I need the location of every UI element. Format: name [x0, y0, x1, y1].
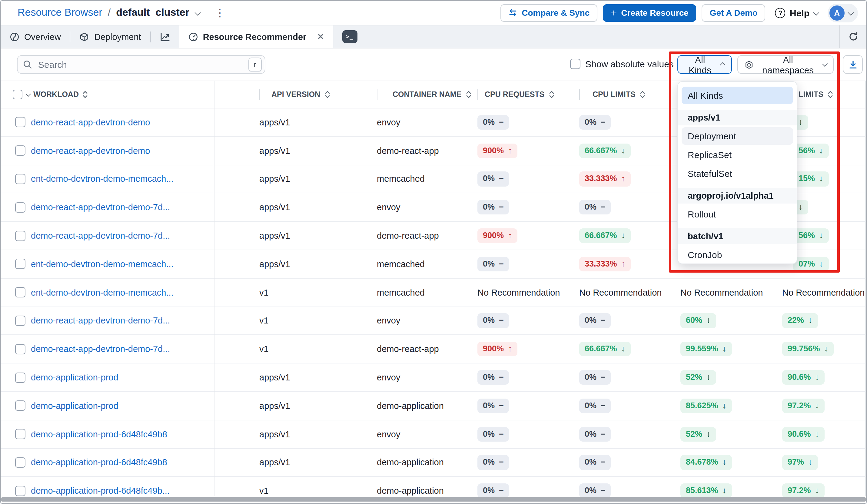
badge-value: 900% — [483, 230, 504, 241]
tab-chart[interactable] — [151, 25, 179, 48]
trend-flat-icon: − — [499, 429, 504, 439]
column-workload[interactable]: WORKLOAD — [33, 90, 79, 99]
column-container-name[interactable]: CONTAINER NAME — [393, 90, 461, 99]
tab-resource-recommender[interactable]: Resource Recommender ✕ — [179, 25, 333, 48]
sort-icon[interactable] — [828, 90, 833, 99]
sort-icon[interactable] — [465, 90, 471, 99]
kind-option-all-kinds[interactable]: All Kinds — [682, 87, 793, 104]
cluster-chevron-down-icon[interactable] — [194, 9, 201, 15]
user-menu[interactable]: A — [828, 3, 858, 22]
row-checkbox[interactable] — [15, 174, 25, 184]
workload-link[interactable]: demo-react-app-devtron-demo-7d... — [31, 203, 170, 212]
row-checkbox[interactable] — [15, 315, 25, 326]
kind-option-deployment[interactable]: Deployment — [682, 127, 793, 145]
row-checkbox[interactable] — [15, 429, 25, 439]
row-checkbox[interactable] — [15, 117, 25, 128]
memory-requests-cell: 99.559%↓ — [681, 342, 782, 356]
workload-link[interactable]: demo-react-app-devtron-demo-7d... — [31, 344, 170, 354]
tab-overview[interactable]: Overview — [1, 25, 70, 48]
breadcrumb-separator: / — [108, 7, 110, 19]
trend-down-icon: ↓ — [819, 173, 823, 184]
row-checkbox[interactable] — [15, 486, 25, 496]
workload-link[interactable]: demo-react-app-devtron-demo-7d... — [31, 231, 170, 240]
refresh-button[interactable] — [839, 25, 866, 48]
badge-value: 97.2% — [788, 485, 811, 496]
absolute-values-checkbox[interactable] — [570, 59, 580, 69]
horizontal-scrollbar[interactable] — [1, 497, 866, 502]
cpu-limits-badge: 0%− — [579, 399, 611, 413]
memory-limits-badge: 15%↓ — [793, 172, 829, 186]
cpu-limits-cell: 33.333%↑ — [579, 172, 681, 186]
workload-link[interactable]: demo-react-app-devtron-demo — [31, 118, 150, 127]
workload-link[interactable]: demo-application-prod — [31, 373, 118, 382]
tab-terminal[interactable]: >_ — [333, 25, 366, 48]
row-checkbox[interactable] — [15, 457, 25, 468]
workload-link[interactable]: ent-demo-devtron-demo-memcach... — [31, 259, 174, 269]
kind-filter-button[interactable]: All Kinds — [677, 55, 732, 74]
row-checkbox[interactable] — [15, 401, 25, 411]
cluster-name[interactable]: default_cluster — [116, 7, 189, 19]
row-checkbox[interactable] — [15, 259, 25, 269]
workload-link[interactable]: ent-demo-devtron-demo-memcach... — [31, 288, 174, 297]
select-all-chevron-icon[interactable] — [26, 92, 31, 97]
cpu-limits-cell: 0%− — [579, 483, 681, 498]
search-input[interactable] — [37, 59, 244, 70]
sort-icon[interactable] — [82, 90, 88, 99]
cpu-requests-cell: 0%− — [478, 200, 579, 214]
column-memory-limits[interactable]: LIMITS — [799, 90, 823, 99]
badge-value: 66.667% — [585, 343, 617, 354]
column-cpu-limits[interactable]: CPU LIMITS — [592, 90, 635, 99]
kind-option-replicaset[interactable]: ReplicaSet — [682, 146, 793, 163]
tab-deployment[interactable]: Deployment — [71, 25, 150, 48]
trend-flat-icon: − — [499, 372, 504, 383]
container-name-cell: envoy — [377, 118, 478, 127]
download-button[interactable] — [843, 55, 863, 74]
workload-link[interactable]: demo-react-app-devtron-demo — [31, 146, 150, 156]
row-checkbox[interactable] — [15, 202, 25, 213]
kind-option-rollout[interactable]: Rollout — [682, 205, 793, 223]
badge-value: 90.6% — [788, 372, 811, 383]
show-absolute-values-toggle[interactable]: Show absolute values — [570, 59, 674, 69]
search-box[interactable]: r — [17, 55, 265, 74]
workload-link[interactable]: demo-application-prod — [31, 401, 118, 411]
badge-value: 0% — [483, 429, 495, 439]
cpu-limits-badge: 0%− — [579, 313, 611, 328]
row-checkbox[interactable] — [15, 344, 25, 354]
trend-down-icon: ↓ — [808, 457, 813, 468]
sort-icon[interactable] — [324, 90, 330, 99]
close-tab-icon[interactable]: ✕ — [317, 32, 324, 41]
row-checkbox[interactable] — [15, 287, 25, 298]
breadcrumb-resource-browser[interactable]: Resource Browser — [18, 7, 103, 19]
trend-up-icon: ↑ — [508, 343, 512, 354]
workload-link[interactable]: demo-react-app-devtron-demo-7d... — [31, 316, 170, 325]
cpu-requests-cell: No Recommendation — [478, 288, 579, 297]
container-name-cell: memcached — [377, 259, 478, 269]
help-label: Help — [790, 8, 810, 18]
memory-requests-badge: 84.678%↓ — [681, 455, 732, 470]
sort-icon[interactable] — [549, 90, 554, 99]
kind-option-apps-v1: apps/v1 — [678, 110, 797, 125]
memory-requests-badge: 85.613%↓ — [681, 483, 732, 498]
cpu-requests-badge: 0%− — [478, 313, 509, 328]
compare-sync-button[interactable]: Compare & Sync — [501, 4, 597, 22]
row-checkbox[interactable] — [15, 230, 25, 241]
create-resource-button[interactable]: + Create Resource — [603, 4, 696, 22]
column-cpu-requests[interactable]: CPU REQUESTS — [485, 90, 544, 99]
cpu-limits-badge: 66.667%↓ — [579, 143, 631, 158]
help-menu[interactable]: ? Help — [775, 8, 818, 18]
workload-link[interactable]: demo-application-prod-6d48fc49b8 — [31, 429, 167, 439]
namespace-filter-button[interactable]: All namespaces — [737, 55, 834, 74]
workload-link[interactable]: demo-application-prod-6d48fc49b... — [31, 486, 170, 496]
row-checkbox[interactable] — [15, 146, 25, 156]
row-checkbox[interactable] — [15, 372, 25, 383]
namespace-icon — [745, 60, 753, 69]
kebab-menu-icon[interactable]: ⋮ — [215, 8, 225, 18]
column-api-version[interactable]: API VERSION — [271, 90, 320, 99]
workload-link[interactable]: ent-demo-devtron-demo-memcach... — [31, 174, 174, 184]
select-all-checkbox[interactable] — [13, 90, 22, 99]
kind-option-cronjob[interactable]: CronJob — [682, 246, 793, 264]
get-a-demo-button[interactable]: Get A Demo — [702, 4, 766, 22]
kind-option-statefulset[interactable]: StatefulSet — [682, 165, 793, 182]
sort-icon[interactable] — [640, 90, 645, 99]
workload-link[interactable]: demo-application-prod-6d48fc49b8 — [31, 458, 167, 467]
